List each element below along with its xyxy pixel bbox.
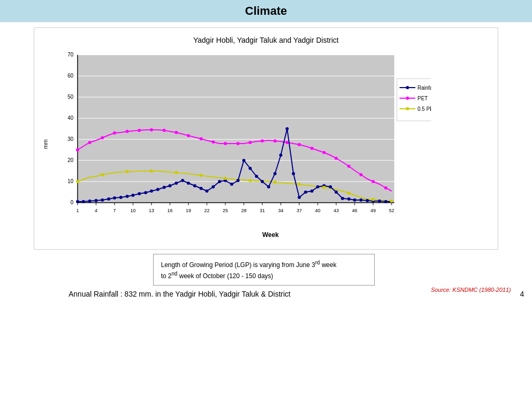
svg-point-139 [224,177,227,180]
svg-point-94 [316,185,319,188]
svg-point-101 [359,198,363,202]
svg-point-152 [406,97,409,100]
svg-point-128 [335,157,338,160]
svg-point-87 [273,172,277,175]
svg-point-70 [168,184,172,187]
svg-point-124 [286,141,289,144]
svg-point-66 [144,191,147,194]
svg-point-107 [76,148,79,151]
svg-point-141 [273,180,277,184]
svg-point-96 [329,185,332,188]
x-axis-label: Week [51,231,490,239]
svg-point-92 [304,191,307,194]
svg-point-82 [242,159,245,162]
svg-text:34: 34 [278,208,283,213]
svg-point-67 [150,189,153,193]
svg-text:0: 0 [70,200,73,205]
svg-text:46: 46 [352,208,357,213]
svg-point-109 [101,136,104,139]
page-title: Climate [245,4,287,18]
svg-point-89 [286,127,289,130]
svg-text:Rainfall: Rainfall [417,85,431,91]
svg-point-137 [175,171,178,174]
svg-point-56 [82,200,85,203]
svg-point-127 [322,151,326,154]
chart-area: mm 0 10 20 [42,50,490,239]
svg-point-115 [175,131,178,134]
svg-point-72 [181,179,184,182]
chart-inner: 0 10 20 30 40 50 60 70 1 4 7 10 13 1 [51,50,490,239]
svg-text:4: 4 [94,208,97,213]
svg-text:40: 40 [68,115,74,121]
svg-point-136 [150,169,153,173]
svg-text:1: 1 [76,208,79,213]
svg-point-97 [335,191,338,194]
svg-point-114 [163,129,166,132]
svg-text:40: 40 [315,208,320,213]
svg-point-118 [212,140,215,144]
svg-point-78 [218,180,221,183]
svg-point-88 [279,154,282,157]
svg-text:70: 70 [68,52,74,58]
svg-point-57 [88,200,91,203]
svg-text:31: 31 [260,208,265,213]
svg-text:37: 37 [297,208,302,213]
svg-point-134 [101,173,104,176]
svg-text:13: 13 [149,208,154,213]
svg-point-63 [126,195,129,198]
svg-point-85 [261,180,264,183]
svg-point-135 [126,170,129,173]
svg-point-62 [119,196,122,199]
svg-text:30: 30 [68,136,74,142]
svg-point-142 [298,183,301,186]
svg-point-100 [353,198,356,202]
info-line2: to 2nd week of October (120 - 150 days) [161,272,273,280]
svg-point-112 [138,129,141,132]
svg-point-71 [175,182,178,185]
svg-point-110 [113,131,116,135]
svg-point-104 [378,200,381,203]
svg-point-80 [230,183,233,186]
svg-point-90 [292,172,295,175]
svg-point-123 [273,139,277,142]
svg-text:19: 19 [186,208,191,213]
svg-point-58 [94,199,98,202]
info-line1: Length of Growing Period (LGP) is varyin… [161,261,336,269]
svg-point-138 [200,174,203,177]
svg-text:28: 28 [241,208,246,213]
svg-point-74 [193,184,196,187]
svg-point-64 [131,194,135,197]
svg-point-68 [156,188,159,191]
svg-point-144 [347,192,350,195]
svg-point-108 [88,141,91,144]
svg-point-122 [261,139,264,142]
svg-point-55 [76,200,79,203]
svg-point-81 [236,179,240,182]
svg-text:0.5 PET: 0.5 PET [417,106,431,112]
main-content: Yadgir Hobli, Yadgir Taluk and Yadgir Di… [0,22,532,303]
svg-point-77 [212,185,215,188]
svg-point-76 [205,189,208,193]
svg-text:43: 43 [334,208,339,213]
svg-point-119 [224,142,227,145]
svg-point-126 [310,147,314,150]
svg-point-121 [249,141,252,144]
svg-point-60 [107,197,110,201]
svg-point-83 [249,167,252,170]
svg-point-140 [249,179,252,182]
svg-point-59 [101,198,104,202]
svg-point-131 [372,180,375,183]
svg-point-146 [390,200,393,203]
svg-text:49: 49 [370,208,376,213]
svg-point-133 [76,180,79,183]
svg-text:22: 22 [204,208,210,213]
svg-point-84 [255,175,258,178]
svg-point-143 [322,186,326,189]
svg-point-75 [200,187,203,190]
svg-point-99 [347,197,350,201]
svg-point-120 [236,142,240,145]
svg-point-111 [126,130,129,133]
header-bar: Climate [0,0,532,22]
svg-rect-0 [78,55,394,203]
svg-point-93 [310,189,314,193]
